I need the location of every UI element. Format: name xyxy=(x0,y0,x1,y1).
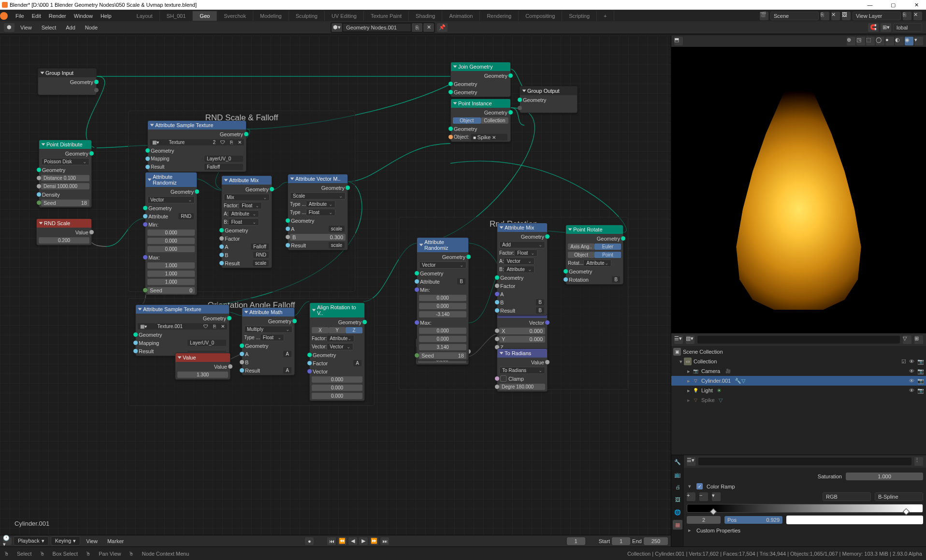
pin-button[interactable]: 📌 xyxy=(437,23,448,32)
nodegroup-unlink-button[interactable]: ✕ xyxy=(423,23,434,32)
timeline-view[interactable]: View xyxy=(82,536,101,546)
snap-button[interactable]: 🧲 xyxy=(868,23,879,32)
snap-type-button[interactable]: ⊞▾ xyxy=(881,23,891,32)
node-attr-math[interactable]: Attribute Math Geometry Multiply Type ..… xyxy=(242,307,295,375)
current-frame[interactable]: 1 xyxy=(567,537,585,545)
node-attr-mix-1[interactable]: Attribute Mix Geometry Mix Factor:Float … xyxy=(221,175,272,268)
transform-orientation[interactable]: lobal xyxy=(893,23,922,32)
render-shading-button[interactable]: ◉ xyxy=(905,37,913,45)
instance-object-tab[interactable]: Object xyxy=(453,117,481,124)
viewlayer-field[interactable]: View Layer xyxy=(853,12,901,20)
menu-file[interactable]: File xyxy=(12,11,28,21)
minimize-button[interactable]: — xyxy=(862,0,878,10)
node-point-instance[interactable]: Point Instance Geometry ObjectCollection… xyxy=(450,99,511,142)
tab-add[interactable]: + xyxy=(597,11,614,21)
ramp-pos[interactable]: Pos0.929 xyxy=(724,516,782,524)
tab-animation[interactable]: Animation xyxy=(442,11,480,21)
node-attr-sample-1[interactable]: Attribute Sample Texture Geometry ▦▾Text… xyxy=(147,120,246,172)
timeline-marker[interactable]: Marker xyxy=(103,536,128,546)
instance-object-field[interactable]: ■ Spike ✕ xyxy=(471,134,507,141)
rnd-scale-value[interactable]: 0.200 xyxy=(39,237,89,244)
tab-sverchok[interactable]: Sverchok xyxy=(217,11,253,21)
texture-field[interactable]: Texture xyxy=(166,139,210,145)
editor-type-3d-icon[interactable]: ⬒ xyxy=(674,37,683,45)
nodegroup-datablock[interactable]: ⬢▾ Geometry Nodes.001 ⎘ ✕ xyxy=(331,22,435,33)
matprev-shading-button[interactable]: ◐ xyxy=(895,37,904,45)
ramp-tools-button[interactable]: ▾ xyxy=(712,492,721,501)
ne-menu-node[interactable]: Node xyxy=(81,25,101,30)
node-attr-mix-2[interactable]: Attribute Mix Geometry Add Factor:Float … xyxy=(497,223,548,316)
tree-camera[interactable]: ▸ 📷 Camera 🎥 👁📷 xyxy=(671,366,926,376)
tree-scene-collection[interactable]: ▣ Scene Collection xyxy=(671,347,926,357)
node-group-input[interactable]: Group Input Geometry xyxy=(38,68,97,95)
editor-type-icon[interactable]: ⬢ xyxy=(4,23,14,32)
tab-compositing[interactable]: Compositing xyxy=(519,11,562,21)
node-editor[interactable]: RND Scale & Falloff Orientation Angle Fa… xyxy=(0,35,671,546)
maximize-button[interactable]: ▢ xyxy=(885,0,901,10)
ramp-colormode[interactable]: RGB xyxy=(823,492,871,501)
overlays-button[interactable]: ◳ xyxy=(856,37,865,45)
outliner-search[interactable] xyxy=(697,336,900,344)
jump-start-button[interactable]: ⏮ xyxy=(327,537,336,545)
new-scene-button[interactable]: ⎘ xyxy=(821,12,829,20)
node-to-radians[interactable]: To Radians Value To Radians Clamp Degre … xyxy=(497,348,548,392)
node-rnd-scale[interactable]: RND Scale Value 0.200 xyxy=(36,218,92,245)
instance-collection-tab[interactable]: Collection xyxy=(481,117,509,124)
tab-layout[interactable]: Layout xyxy=(130,11,160,21)
props-tab-render[interactable]: 📺 xyxy=(673,470,682,479)
disclose-icon[interactable]: ▾ xyxy=(678,359,684,365)
del-layer-button[interactable]: ✕ xyxy=(913,12,922,20)
new-collection-button[interactable]: ⊞ xyxy=(914,335,923,344)
ne-menu-add[interactable]: Add xyxy=(62,25,79,30)
tree-cylinder[interactable]: ▸ ▽ Cylinder.001 🔧▽ 👁📷 xyxy=(671,376,926,386)
dist-min-field[interactable]: Distance 0.100 xyxy=(41,175,89,181)
wire-shading-button[interactable]: ◯ xyxy=(876,37,884,45)
tab-uv[interactable]: UV Editing xyxy=(325,11,364,21)
disable-render-icon[interactable]: 📷 xyxy=(917,359,924,365)
tab-sh001[interactable]: SH_001 xyxy=(160,11,193,21)
saturation-field[interactable]: 1.000 xyxy=(846,473,923,480)
props-tab-tool[interactable]: 🔧 xyxy=(673,457,682,467)
ramp-interp[interactable]: B-Spline xyxy=(875,492,923,501)
hide-icon[interactable]: 👁 xyxy=(909,359,914,365)
ne-menu-view[interactable]: View xyxy=(16,25,36,30)
outliner-display-mode[interactable]: ▥▾ xyxy=(686,335,694,344)
props-editor-icon[interactable]: ☰▾ xyxy=(687,457,695,466)
exclude-checkbox[interactable]: ☑ xyxy=(901,359,906,365)
clamp-checkbox[interactable] xyxy=(500,375,506,382)
ne-menu-select[interactable]: Select xyxy=(38,25,60,30)
color-ramp[interactable] xyxy=(687,504,923,513)
layer-icon[interactable]: 🖼 xyxy=(842,12,851,20)
shading-options-button[interactable]: ▾ xyxy=(914,37,923,45)
play-rev-button[interactable]: ◀ xyxy=(348,537,357,545)
node-attr-rand-2[interactable]: Attribute Randomiz Geometry Vector Geome… xyxy=(417,237,469,360)
distribute-method[interactable]: Poisson Disk xyxy=(41,158,89,165)
ramp-index[interactable]: 2 xyxy=(687,516,721,524)
node-group-output[interactable]: Group Output Geometry xyxy=(520,86,578,113)
node-attr-rand-1[interactable]: Attribute Randomiz Geometry Vector Geome… xyxy=(145,172,197,295)
mapping-field-1[interactable]: LayerUV_0 xyxy=(204,156,243,162)
tab-shading[interactable]: Shading xyxy=(409,11,442,21)
tree-collection[interactable]: ▾ ▭ Collection ☑👁📷 xyxy=(671,357,926,366)
browse-nodegroup-icon[interactable]: ⬢▾ xyxy=(332,23,342,32)
close-button[interactable]: ✕ xyxy=(909,0,924,10)
keying-menu[interactable]: Keying ▾ xyxy=(51,536,81,546)
menu-render[interactable]: Render xyxy=(45,11,70,21)
tree-light[interactable]: ▸ 💡 Light ☀ 👁📷 xyxy=(671,386,926,395)
menu-help[interactable]: Help xyxy=(97,11,116,21)
outliner[interactable]: ☰▾ ▥▾ ▽ ⊞ ▣ Scene Collection ▾ ▭ Collect… xyxy=(671,333,926,455)
tex-unlink[interactable]: ✕ xyxy=(235,139,244,145)
timeline-editor-icon[interactable]: 🕐▾ xyxy=(3,537,12,545)
tex-fake-user[interactable]: 🛡 xyxy=(218,139,228,145)
props-tab-viewlayer[interactable]: 🖼 xyxy=(673,495,682,504)
prev-key-button[interactable]: ⏪ xyxy=(338,537,347,545)
colorramp-checkbox[interactable]: ✓ xyxy=(696,483,703,489)
new-layer-button[interactable]: ⎘ xyxy=(903,12,912,20)
blender-logo-icon[interactable] xyxy=(0,12,8,20)
rand-type-1[interactable]: Vector xyxy=(147,196,195,203)
end-frame[interactable]: 250 xyxy=(644,537,668,545)
tab-geo[interactable]: Geo xyxy=(193,11,217,21)
ramp-color-swatch[interactable] xyxy=(786,516,923,524)
timeline[interactable]: 🕐▾ Playback ▾ Keying ▾ View Marker ● ⏮ ⏪… xyxy=(0,535,671,546)
tex-new[interactable]: ⎘ xyxy=(228,139,235,145)
